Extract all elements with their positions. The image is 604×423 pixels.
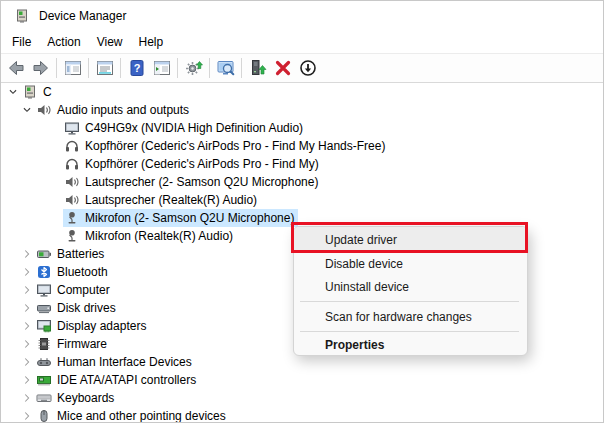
tree-item-content[interactable]: Mice and other pointing devices [35, 407, 230, 422]
show-console-tree-button[interactable] [61, 56, 84, 80]
expander-open[interactable] [5, 84, 21, 100]
expander-closed[interactable] [19, 408, 35, 422]
tree-item-content[interactable]: C [21, 83, 56, 101]
tree-item-label: C49HG9x (NVIDIA High Definition Audio) [85, 119, 303, 137]
chevron-right-icon [20, 391, 34, 405]
tree-item-keyboards[interactable]: Keyboards [1, 389, 603, 407]
scan-hardware-button[interactable] [214, 56, 237, 80]
tree-item-content[interactable]: Firmware [35, 335, 111, 353]
audio-device-icon [36, 102, 52, 118]
tree-item-lautsprecher-2-samson-q2u-microphone[interactable]: Lautsprecher (2- Samson Q2U Microphone) [1, 173, 603, 191]
chevron-right-icon [20, 409, 34, 422]
tree-item-content[interactable]: Lautsprecher (Realtek(R) Audio) [63, 191, 261, 209]
tree-item-lautsprecher-realtek-r-audio[interactable]: Lautsprecher (Realtek(R) Audio) [1, 191, 603, 209]
tree-item-label: Bluetooth [57, 263, 108, 281]
tree-item-content[interactable]: Computer [35, 281, 114, 299]
window-title: Device Manager [39, 9, 126, 23]
properties-window-icon [95, 58, 115, 78]
menu-view[interactable]: View [89, 33, 131, 51]
tree-item-content[interactable]: Lautsprecher (2- Samson Q2U Microphone) [63, 173, 322, 191]
expander-closed[interactable] [19, 282, 35, 298]
chevron-down-icon [6, 85, 20, 99]
expander-closed[interactable] [19, 318, 35, 334]
tree-item-c49hg9x-nvidia-high-definition-audio[interactable]: C49HG9x (NVIDIA High Definition Audio) [1, 119, 603, 137]
tree-item-content[interactable]: Keyboards [35, 389, 118, 407]
toolbar [1, 53, 603, 83]
tree-item-ide-ata-atapi-controllers[interactable]: IDE ATA/ATAPI controllers [1, 371, 603, 389]
microphone-icon [64, 210, 80, 226]
tree-item-content[interactable]: Human Interface Devices [35, 353, 196, 371]
tree-item-content[interactable]: Mikrofon (Realtek(R) Audio) [63, 227, 237, 245]
tree-item-audio-inputs-and-outputs[interactable]: Audio inputs and outputs [1, 101, 603, 119]
tree-item-content[interactable]: Bluetooth [35, 263, 112, 281]
monitor-icon [64, 120, 80, 136]
chevron-down-icon [20, 103, 34, 117]
tree-item-label: C [43, 83, 52, 101]
tree-item-content[interactable]: C49HG9x (NVIDIA High Definition Audio) [63, 119, 307, 137]
headphones-icon [64, 156, 80, 172]
firmware-chip-icon [36, 336, 52, 352]
ide-controller-icon [36, 372, 52, 388]
expander-closed[interactable] [19, 264, 35, 280]
uninstall-device-toolbar-button[interactable] [271, 56, 294, 80]
expander-closed[interactable] [19, 372, 35, 388]
tree-item-mice-and-other-pointing-devices[interactable]: Mice and other pointing devices [1, 407, 603, 422]
expander-open[interactable] [19, 102, 35, 118]
menu-file[interactable]: File [4, 33, 39, 51]
expander-closed[interactable] [19, 246, 35, 262]
menu-action[interactable]: Action [39, 33, 88, 51]
tree-item-label: Computer [57, 281, 110, 299]
action-pane-icon [152, 58, 172, 78]
expander-closed[interactable] [19, 336, 35, 352]
help-icon [127, 58, 147, 78]
battery-icon [36, 246, 52, 262]
update-device-driver-button[interactable] [246, 56, 269, 80]
tree-item-content[interactable]: Display adapters [35, 317, 150, 335]
context-menu-item-scan-for-hardware-changes[interactable]: Scan for hardware changes [294, 305, 527, 328]
disable-device-toolbar-button[interactable] [296, 56, 319, 80]
console-tree-icon [63, 58, 83, 78]
context-menu-item-properties[interactable]: Properties [294, 335, 527, 355]
tree-item-content[interactable]: Audio inputs and outputs [35, 101, 193, 119]
chevron-right-icon [20, 337, 34, 351]
menu-separator [300, 331, 519, 332]
tree-item-content[interactable]: Kopfhörer (Cederic's AirPods Pro - Find … [63, 137, 389, 155]
disable-circle-icon [298, 58, 318, 78]
keyboard-icon [36, 390, 52, 406]
device-manager-window: Device Manager FileActionViewHelp CAudio… [0, 0, 604, 423]
tree-item-kopfh-rer-cederic-s-airpods-pro-find-my-hands-free[interactable]: Kopfhörer (Cederic's AirPods Pro - Find … [1, 137, 603, 155]
tree-item-mikrofon-2-samson-q2u-microphone[interactable]: Mikrofon (2- Samson Q2U Microphone) [1, 209, 603, 227]
toolbar-separator [120, 58, 121, 78]
action-pane-button[interactable] [150, 56, 173, 80]
tree-item-content[interactable]: Mikrofon (2- Samson Q2U Microphone) [63, 209, 298, 227]
tree-item-label: Display adapters [57, 317, 146, 335]
context-menu-item-uninstall-device[interactable]: Uninstall device [294, 275, 527, 298]
tree-item-kopfh-rer-cederic-s-airpods-pro-find-my[interactable]: Kopfhörer (Cederic's AirPods Pro - Find … [1, 155, 603, 173]
expander-closed[interactable] [19, 354, 35, 370]
update-driver-toolbar-button[interactable] [182, 56, 205, 80]
tree-item-label: Audio inputs and outputs [57, 101, 189, 119]
title-bar: Device Manager [1, 1, 603, 31]
toolbar-separator [88, 58, 89, 78]
expander-closed[interactable] [19, 390, 35, 406]
chevron-right-icon [20, 355, 34, 369]
context-menu-item-disable-device[interactable]: Disable device [294, 252, 527, 275]
menu-help[interactable]: Help [131, 33, 172, 51]
tree-item-label: Lautsprecher (2- Samson Q2U Microphone) [85, 173, 318, 191]
chevron-right-icon [20, 247, 34, 261]
computer-icon [36, 282, 52, 298]
tree-item-content[interactable]: Kopfhörer (Cederic's AirPods Pro - Find … [63, 155, 323, 173]
help-button[interactable] [125, 56, 148, 80]
back-button[interactable] [4, 56, 27, 80]
tree-item-content[interactable]: Disk drives [35, 299, 120, 317]
context-menu-item-update-driver[interactable]: Update driver [294, 227, 527, 252]
properties-button[interactable] [93, 56, 116, 80]
toolbar-separator [56, 58, 57, 78]
expander-closed[interactable] [19, 300, 35, 316]
tree-item-c[interactable]: C [1, 83, 603, 101]
hid-icon [36, 354, 52, 370]
tree-item-content[interactable]: Batteries [35, 245, 108, 263]
forward-button[interactable] [29, 56, 52, 80]
tree-item-content[interactable]: IDE ATA/ATAPI controllers [35, 371, 200, 389]
menu-separator [300, 301, 519, 302]
